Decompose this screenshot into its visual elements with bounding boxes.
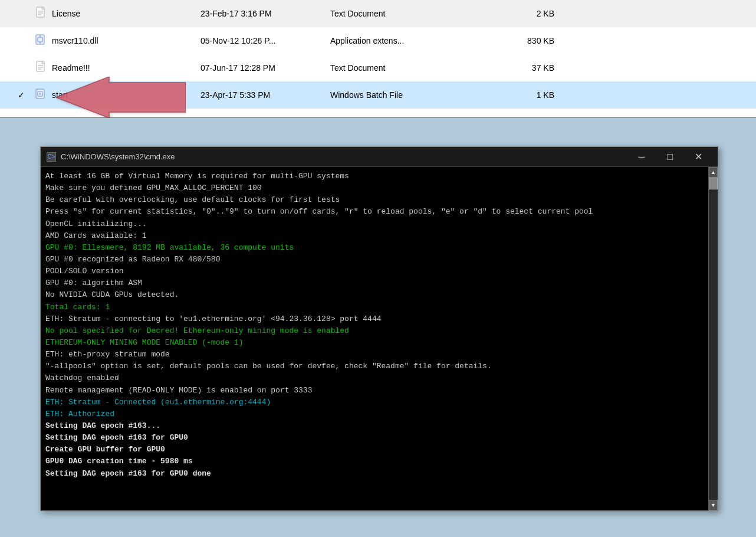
file-size: 2 KB bbox=[495, 9, 554, 18]
file-size: 830 KB bbox=[495, 36, 554, 45]
cmd-line: Setting DAG epoch #163 for GPU0 bbox=[45, 432, 704, 444]
cmd-line: ETH: Stratum - connecting to 'eu1.etherm… bbox=[45, 313, 704, 325]
file-name-cell: Readme!!! bbox=[35, 61, 200, 76]
minimize-button[interactable]: ─ bbox=[628, 149, 655, 165]
file-icon bbox=[35, 6, 47, 21]
file-size: 1 KB bbox=[495, 90, 554, 100]
cmd-line: GPU #0: algorithm ASM bbox=[45, 277, 704, 289]
file-row[interactable]: msvcr110.dll 05-Nov-12 10:26 P... Applic… bbox=[0, 27, 756, 54]
file-type: Application extens... bbox=[330, 36, 495, 45]
cmd-line: ETH: eth-proxy stratum mode bbox=[45, 349, 704, 361]
cmd-scrollbar[interactable]: ▲ ▼ bbox=[708, 167, 718, 510]
cmd-title-section: C> C:\WiNDOWS\system32\cmd.exe bbox=[47, 152, 175, 162]
file-size: 37 KB bbox=[495, 63, 554, 73]
file-type: Windows Batch File bbox=[330, 90, 495, 100]
file-row[interactable]: License 23-Feb-17 3:16 PM Text Document … bbox=[0, 0, 756, 27]
cmd-line: AMD Cards available: 1 bbox=[45, 230, 704, 242]
svg-marker-19 bbox=[56, 77, 186, 118]
file-icon bbox=[35, 34, 47, 48]
cmd-line: Remote management (READ-ONLY MODE) is en… bbox=[45, 385, 704, 397]
scroll-thumb[interactable] bbox=[709, 178, 718, 189]
file-date: 07-Jun-17 12:28 PM bbox=[200, 63, 330, 73]
maximize-button[interactable]: □ bbox=[656, 149, 683, 165]
scroll-track[interactable] bbox=[709, 178, 718, 500]
cmd-app-icon: C> bbox=[47, 152, 56, 162]
file-name: msvcr110.dll bbox=[52, 36, 98, 45]
file-icon bbox=[35, 88, 47, 103]
cmd-line: ETH: Authorized bbox=[45, 408, 704, 420]
cmd-window: C> C:\WiNDOWS\system32\cmd.exe ─ □ ✕ At … bbox=[40, 146, 718, 511]
cmd-line: ETHEREUM-ONLY MINING MODE ENABLED (-mode… bbox=[45, 337, 704, 349]
file-date: 23-Feb-17 3:16 PM bbox=[200, 9, 330, 18]
cmd-line: Make sure you defined GPU_MAX_ALLOC_PERC… bbox=[45, 182, 704, 194]
file-name: Readme!!! bbox=[52, 63, 90, 73]
file-icon bbox=[35, 61, 47, 76]
cmd-line: Create GPU buffer for GPU0 bbox=[45, 444, 704, 456]
cmd-output[interactable]: At least 16 GB of Virtual Memory is requ… bbox=[41, 167, 708, 510]
cmd-line: OpenCL initializing... bbox=[45, 218, 704, 230]
file-name-cell: msvcr110.dll bbox=[35, 34, 200, 48]
cmd-line: POOL/SOLO version bbox=[45, 266, 704, 277]
cmd-line: GPU #0: Ellesmere, 8192 MB available, 36… bbox=[45, 242, 704, 254]
cmd-line: GPU0 DAG creation time - 5980 ms bbox=[45, 456, 704, 467]
arrow-annotation bbox=[56, 77, 186, 120]
cmd-title-text: C:\WiNDOWS\system32\cmd.exe bbox=[61, 152, 175, 161]
scroll-down-arrow[interactable]: ▼ bbox=[709, 500, 718, 510]
file-date: 23-Apr-17 5:33 PM bbox=[200, 90, 330, 100]
file-name: License bbox=[52, 9, 80, 18]
scroll-up-arrow[interactable]: ▲ bbox=[709, 167, 718, 178]
cmd-line: No pool specified for Decred! Ethereum-o… bbox=[45, 325, 704, 337]
cmd-window-controls: ─ □ ✕ bbox=[628, 149, 712, 165]
cmd-line: GPU #0 recognized as Radeon RX 480/580 bbox=[45, 254, 704, 266]
cmd-line: ETH: Stratum - Connected (eu1.ethermine.… bbox=[45, 397, 704, 408]
close-button[interactable]: ✕ bbox=[685, 149, 712, 165]
cmd-line: Watchdog enabled bbox=[45, 372, 704, 384]
cmd-line: Press "s" for current statistics, "0".."… bbox=[45, 206, 704, 218]
file-name-cell: License bbox=[35, 6, 200, 21]
cmd-line: Total cards: 1 bbox=[45, 302, 704, 313]
cmd-titlebar: C> C:\WiNDOWS\system32\cmd.exe ─ □ ✕ bbox=[41, 147, 718, 167]
cmd-line: "-allpools" option is set, default pools… bbox=[45, 361, 704, 372]
cmd-line: Setting DAG epoch #163 for GPU0 done bbox=[45, 468, 704, 480]
cmd-line: No NVIDIA CUDA GPUs detected. bbox=[45, 289, 704, 301]
file-type: Text Document bbox=[330, 9, 495, 18]
file-date: 05-Nov-12 10:26 P... bbox=[200, 36, 330, 45]
cmd-line: At least 16 GB of Virtual Memory is requ… bbox=[45, 171, 704, 182]
cmd-line: Be careful with overclocking, use defaul… bbox=[45, 194, 704, 206]
cmd-line: Setting DAG epoch #163... bbox=[45, 420, 704, 432]
checkmark: ✓ bbox=[18, 90, 25, 100]
file-type: Text Document bbox=[330, 63, 495, 73]
cmd-body: At least 16 GB of Virtual Memory is requ… bbox=[41, 167, 718, 510]
